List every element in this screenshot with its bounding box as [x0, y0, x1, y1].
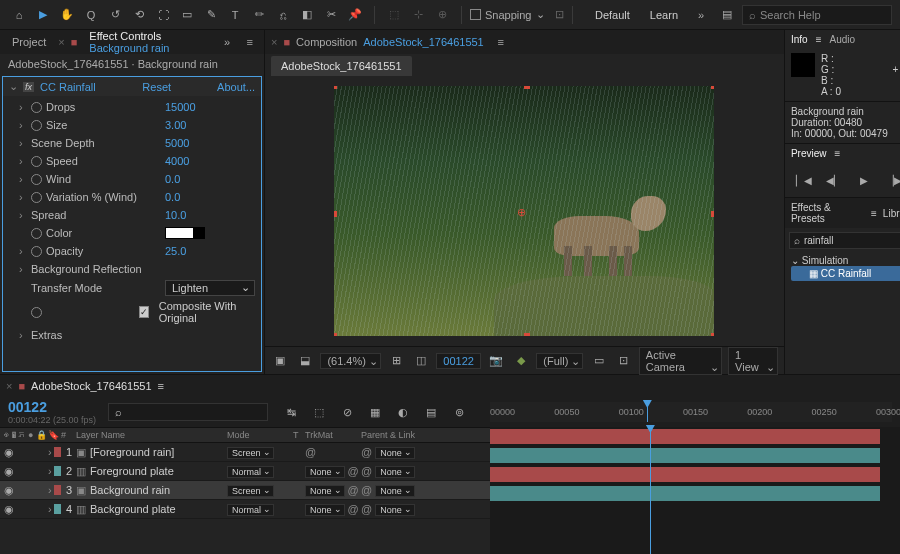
stopwatch-icon[interactable] — [31, 228, 42, 239]
color-swatch[interactable] — [165, 227, 205, 239]
parent-select[interactable]: None — [375, 485, 415, 497]
views-select[interactable]: 1 View — [728, 347, 778, 375]
layer-color-label[interactable] — [54, 504, 61, 514]
playhead[interactable] — [647, 402, 648, 422]
disclosure-icon[interactable]: › — [19, 137, 27, 149]
snapshot-icon[interactable]: 📷 — [487, 350, 506, 372]
parent-select[interactable]: None — [375, 466, 415, 478]
channel-icon[interactable]: ◆ — [512, 350, 531, 372]
effects-category[interactable]: ⌄ Simulation — [791, 255, 900, 266]
reset-button[interactable]: Reset — [142, 81, 171, 93]
play-icon[interactable]: ▶ — [853, 169, 875, 191]
pickwhip-icon[interactable]: @ — [361, 484, 372, 496]
motion-blur-icon[interactable]: ◐ — [392, 401, 414, 423]
disclosure-icon[interactable]: › — [19, 209, 27, 221]
panel-menu-icon[interactable]: ≡ — [835, 148, 841, 159]
workspace-more-icon[interactable]: » — [690, 4, 712, 26]
pickwhip-icon[interactable]: @ — [348, 503, 359, 515]
stopwatch-icon[interactable] — [31, 156, 42, 167]
layer-row[interactable]: ◉›3▣Background rainScreenNone @@ None — [0, 481, 490, 500]
trkmat-select[interactable]: None — [305, 504, 345, 516]
workspace-learn[interactable]: Learn — [642, 7, 686, 23]
size-value[interactable]: 3.00 — [165, 119, 186, 131]
brush-tool-icon[interactable]: ✏ — [248, 4, 270, 26]
disclosure-icon[interactable]: › — [48, 465, 52, 477]
puppet-tool-icon[interactable]: 📌 — [344, 4, 366, 26]
visibility-icon[interactable]: ◉ — [4, 465, 18, 478]
drops-value[interactable]: 15000 — [165, 101, 196, 113]
effects-search[interactable]: ⌕ × — [789, 232, 900, 249]
tab-preview[interactable]: Preview — [791, 148, 827, 159]
roi-icon[interactable]: ▭ — [589, 350, 608, 372]
disclosure-icon[interactable]: › — [19, 101, 27, 113]
visibility-icon[interactable]: ◉ — [4, 503, 18, 516]
stopwatch-icon[interactable] — [31, 120, 42, 131]
workspace-menu-icon[interactable]: ▤ — [716, 4, 738, 26]
current-frame[interactable]: 00122 — [436, 353, 481, 369]
camera-tool-icon[interactable]: ⛶ — [152, 4, 174, 26]
about-button[interactable]: About... — [217, 81, 255, 93]
stopwatch-icon[interactable] — [31, 246, 42, 257]
disclosure-icon[interactable]: › — [19, 155, 27, 167]
snapping-checkbox-icon[interactable] — [470, 9, 481, 20]
wind-value[interactable]: 0.0 — [165, 173, 180, 185]
pickwhip-icon[interactable]: @ — [361, 446, 372, 458]
graph-editor-icon[interactable]: ▤ — [420, 401, 442, 423]
zoom-select[interactable]: (61.4%) — [320, 353, 381, 369]
tab-info[interactable]: Info — [791, 34, 808, 45]
disclosure-icon[interactable]: › — [19, 263, 27, 275]
disclosure-icon[interactable]: › — [19, 173, 27, 185]
orbit-tool-icon[interactable]: ↺ — [104, 4, 126, 26]
next-frame-icon[interactable]: ▕▶ — [883, 169, 900, 191]
tabs-more-icon[interactable]: » — [219, 31, 236, 53]
disclosure-icon[interactable]: ⌄ — [9, 80, 17, 93]
tab-project[interactable]: Project — [6, 32, 52, 52]
selection-tool-icon[interactable]: ▶ — [32, 4, 54, 26]
blend-mode-select[interactable]: Normal — [227, 504, 274, 516]
disclosure-icon[interactable]: › — [48, 484, 52, 496]
timeline-timecode[interactable]: 00122 — [8, 399, 96, 415]
parent-select[interactable]: None — [375, 504, 415, 516]
resolution-icon[interactable]: ⊞ — [387, 350, 406, 372]
effects-item-cc-rainfall[interactable]: ▦ CC Rainfall — [791, 266, 900, 281]
disclosure-icon[interactable]: › — [19, 119, 27, 131]
time-ruler[interactable]: 00000 00050 00100 00150 00200 00250 0030… — [490, 402, 892, 422]
comp-subtab[interactable]: AdobeStock_176461551 — [271, 56, 412, 76]
eraser-tool-icon[interactable]: ◧ — [296, 4, 318, 26]
layer-name-header[interactable]: Layer Name — [72, 430, 227, 440]
prev-frame-icon[interactable]: ◀▏ — [823, 169, 845, 191]
disclosure-icon[interactable]: › — [19, 191, 27, 203]
layer-row[interactable]: ◉›4▥Background plateNormalNone @@ None — [0, 500, 490, 519]
timeline-track-area[interactable] — [490, 427, 900, 554]
rect-tool-icon[interactable]: ▭ — [176, 4, 198, 26]
rotobrush-tool-icon[interactable]: ✂ — [320, 4, 342, 26]
composition-tab-label[interactable]: Composition — [296, 36, 357, 48]
pickwhip-icon[interactable]: @ — [361, 465, 372, 477]
search-help-input[interactable]: ⌕ Search Help — [742, 5, 892, 25]
disclosure-icon[interactable]: › — [19, 329, 27, 341]
visibility-icon[interactable]: ◉ — [4, 484, 18, 497]
shy-icon[interactable]: ⊘ — [336, 401, 358, 423]
parent-header[interactable]: Parent & Link — [361, 430, 431, 440]
speed-value[interactable]: 4000 — [165, 155, 189, 167]
snap-option-icon[interactable]: ⊡ — [555, 8, 564, 21]
composition-tab-name[interactable]: AdobeStock_176461551 — [363, 36, 484, 48]
stopwatch-icon[interactable] — [31, 174, 42, 185]
stopwatch-icon[interactable] — [31, 307, 42, 318]
blend-mode-select[interactable]: Screen — [227, 485, 274, 497]
panel-menu-icon[interactable]: ≡ — [871, 208, 877, 219]
3d-view-icon[interactable]: ⬓ — [296, 350, 315, 372]
comp-flowchart-icon[interactable]: ↹ — [280, 401, 302, 423]
first-frame-icon[interactable]: ▏◀ — [793, 169, 815, 191]
trkmat-select[interactable]: None — [305, 485, 345, 497]
layer-color-label[interactable] — [54, 466, 61, 476]
hand-tool-icon[interactable]: ✋ — [56, 4, 78, 26]
chevron-down-icon[interactable]: ⌄ — [536, 8, 545, 21]
composite-checkbox[interactable]: ✓ — [139, 306, 149, 318]
layer-color-label[interactable] — [54, 447, 61, 457]
pickwhip-icon[interactable]: @ — [348, 465, 359, 477]
opacity-value[interactable]: 25.0 — [165, 245, 186, 257]
anchor-point-icon[interactable]: ⊕ — [517, 206, 526, 219]
pickwhip-icon[interactable]: @ — [348, 484, 359, 496]
pen-tool-icon[interactable]: ✎ — [200, 4, 222, 26]
